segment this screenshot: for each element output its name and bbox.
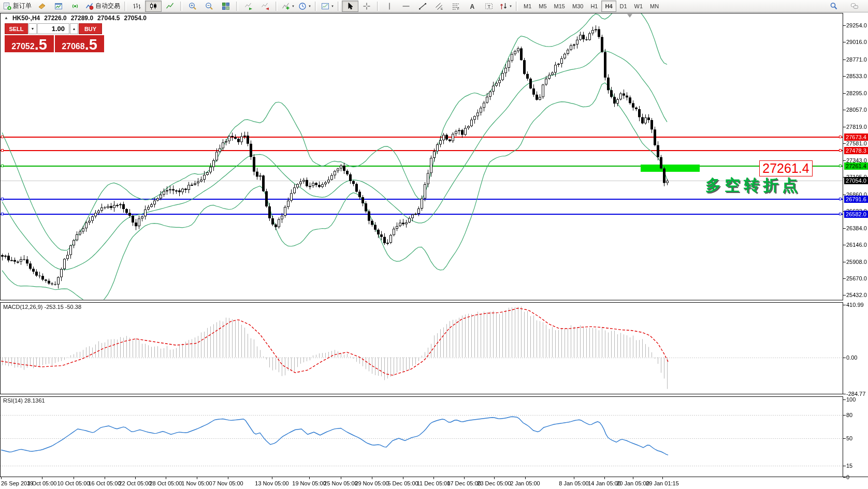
- volume-input[interactable]: [37, 23, 69, 34]
- ohlc-high: 27289.0: [71, 14, 93, 22]
- candle-chart-button[interactable]: [145, 1, 162, 12]
- buy-button[interactable]: BUY: [79, 23, 102, 34]
- one-click-trading-panel: SELL ▼ ▲ BUY 27052.5 27068.5: [5, 23, 104, 52]
- bars-icon: [133, 2, 141, 10]
- symbol-period-label: HK50-,H4: [12, 14, 40, 22]
- chevron-down-icon: ▾: [309, 4, 311, 8]
- signal-icon: [71, 2, 79, 10]
- tile-windows-button[interactable]: [218, 1, 234, 12]
- main-toolbar: 新订单自动交易▾▾▾EFAT▾M1M5M15M30H1H4D1W1MN: [0, 0, 868, 12]
- cursor-button[interactable]: [342, 1, 358, 12]
- timeframe-m5-button[interactable]: M5: [535, 1, 550, 12]
- crosshair-button[interactable]: [358, 1, 375, 12]
- vline-icon: [385, 2, 394, 10]
- timeframe-w1-button[interactable]: W1: [631, 1, 647, 12]
- time-axis[interactable]: [0, 477, 868, 489]
- volume-up-icon: ▲: [73, 27, 76, 31]
- bar-chart-button[interactable]: [128, 1, 145, 12]
- toolbar-separator: [315, 2, 317, 11]
- timeframe-h4-button[interactable]: H4: [601, 1, 616, 12]
- hline-icon: [402, 2, 410, 10]
- textlabel-icon: T: [485, 2, 493, 10]
- market-watch-button[interactable]: [50, 1, 67, 12]
- tiles-icon: [222, 2, 230, 10]
- ohlc-low: 27044.5: [97, 14, 120, 22]
- shapes-icon: [499, 2, 508, 10]
- fibonacci-button[interactable]: F: [447, 1, 464, 12]
- timeframe-mn-button[interactable]: MN: [646, 1, 662, 12]
- chart-title: ▲ HK50-,H4 27226.0 27289.0 27044.5 27054…: [4, 14, 147, 22]
- toolbar-separator: [276, 2, 278, 11]
- chevron-down-icon: ▾: [510, 4, 512, 8]
- buy-price-main: 27068: [62, 42, 85, 51]
- zoom-in-button[interactable]: [184, 1, 201, 12]
- price-callout-box[interactable]: 27261.4: [759, 160, 813, 176]
- linechart-icon: [166, 2, 174, 10]
- buy-price[interactable]: 27068.5: [55, 35, 104, 52]
- new-order-button[interactable]: 新订单: [1, 1, 34, 12]
- timeframe-d1-button[interactable]: D1: [616, 1, 631, 12]
- signals-button[interactable]: [67, 1, 83, 12]
- sell-button[interactable]: SELL: [5, 23, 28, 34]
- vline-button[interactable]: [381, 1, 398, 12]
- ohlc-open: 27226.0: [44, 14, 66, 22]
- candles-icon: [149, 2, 157, 10]
- new-chart-button[interactable]: ▾: [319, 1, 336, 12]
- macd-indicator-label: MACD(12,26,9) -253.15 -50.38: [3, 304, 81, 310]
- window-icon: [54, 2, 63, 10]
- sell-price[interactable]: 27052.5: [5, 35, 54, 52]
- collapse-icon[interactable]: ▲: [4, 14, 8, 22]
- crosshair-icon: [363, 2, 371, 10]
- indicators-button[interactable]: ▾: [280, 1, 296, 12]
- auto-scroll-button[interactable]: [240, 1, 257, 12]
- autotrade-button[interactable]: 自动交易: [83, 1, 122, 12]
- toolbar-separator: [377, 2, 379, 11]
- chat-icon[interactable]: [846, 1, 863, 12]
- autoscroll-icon: [244, 2, 253, 10]
- chart-shift-button[interactable]: [257, 1, 273, 12]
- volume-down-icon: ▼: [31, 27, 35, 31]
- channel-button[interactable]: E: [431, 1, 447, 12]
- zoom-out-button[interactable]: [201, 1, 218, 12]
- chevron-down-icon: ▾: [292, 4, 294, 8]
- ohlc-close: 27054.0: [124, 14, 146, 22]
- toolbar-separator: [180, 2, 182, 11]
- window2-icon: [321, 2, 329, 10]
- svg-text:F: F: [457, 7, 459, 10]
- trend-icon: [418, 2, 427, 10]
- text-button[interactable]: A: [464, 1, 481, 12]
- price-axis[interactable]: [843, 12, 868, 477]
- zoomout-icon: [205, 2, 213, 10]
- periods-button[interactable]: ▾: [296, 1, 313, 12]
- toolbar-separator: [338, 2, 340, 11]
- trendline-button[interactable]: [414, 1, 431, 12]
- autotrade-icon: [85, 2, 94, 10]
- search-icon[interactable]: [826, 1, 842, 12]
- price-chart-canvas[interactable]: [0, 0, 868, 489]
- toolbar-separator: [124, 2, 126, 11]
- svg-text:A: A: [470, 3, 475, 10]
- hline-button[interactable]: [398, 1, 414, 12]
- shapes-button[interactable]: ▾: [497, 1, 514, 12]
- svg-text:T: T: [488, 4, 491, 9]
- price-callout-text: 27261.4: [762, 161, 809, 176]
- text-label-button[interactable]: T: [481, 1, 497, 12]
- timeframe-m15-button[interactable]: M15: [551, 1, 569, 12]
- gold-icon: [38, 2, 46, 10]
- search-icon: [830, 2, 838, 10]
- line-chart-button[interactable]: [162, 1, 178, 12]
- timeframe-m30-button[interactable]: M30: [569, 1, 587, 12]
- volume-down-button[interactable]: ▼: [28, 23, 37, 34]
- turning-point-annotation[interactable]: 多空转折点: [705, 175, 801, 196]
- chart-shift-marker[interactable]: [627, 14, 632, 18]
- quotes-button[interactable]: [34, 1, 50, 12]
- fibo-icon: F: [452, 2, 460, 10]
- channel-icon: E: [435, 2, 443, 10]
- timeframe-h1-button[interactable]: H1: [587, 1, 601, 12]
- clock-icon: [298, 2, 307, 10]
- toolbar-separator: [236, 2, 238, 11]
- volume-up-button[interactable]: ▲: [70, 23, 78, 34]
- cursor-icon: [346, 2, 354, 10]
- timeframe-m1-button[interactable]: M1: [520, 1, 535, 12]
- chevron-down-icon: ▾: [331, 4, 334, 8]
